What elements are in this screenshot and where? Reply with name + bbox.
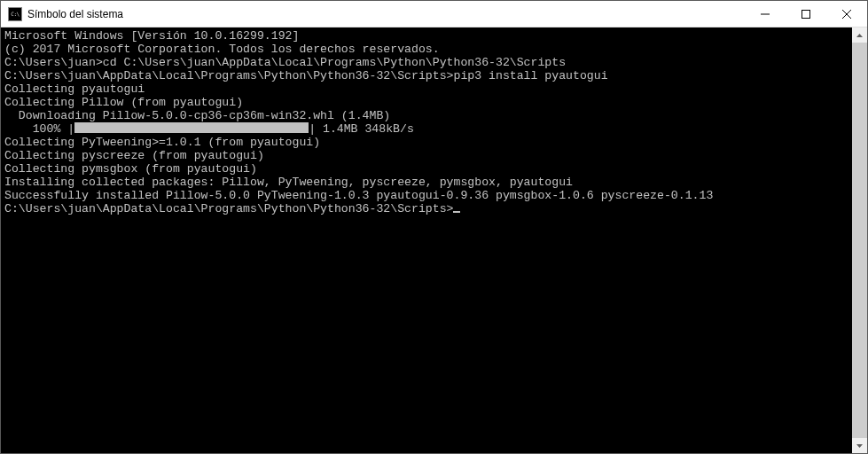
prompt-prefix: C:\Users\juan\AppData\Local\Programs\Pyt… (4, 202, 453, 215)
chevron-down-icon (856, 444, 863, 448)
output-line: Collecting pymsgbox (from pyautogui) (4, 162, 852, 176)
cursor (453, 211, 460, 213)
output-line: Collecting PyTweening>=1.0.1 (from pyaut… (4, 136, 852, 149)
maximize-icon (802, 10, 810, 19)
output-line: Collecting pyscreeze (from pyautogui) (4, 149, 852, 162)
vertical-scrollbar[interactable] (852, 27, 867, 453)
minimize-icon (761, 10, 770, 19)
prompt-prefix: C:\Users\juan\AppData\Local\Programs\Pyt… (4, 69, 453, 82)
close-button[interactable] (826, 1, 867, 27)
minimize-button[interactable] (745, 1, 786, 27)
chevron-up-icon (856, 34, 863, 37)
terminal-container: Microsoft Windows [Versión 10.0.16299.19… (1, 27, 867, 453)
close-icon (842, 10, 851, 19)
prompt-command: cd C:\Users\juan\AppData\Local\Programs\… (103, 56, 566, 69)
scroll-thumb[interactable] (852, 43, 867, 438)
output-line: C:\Users\juan\AppData\Local\Programs\Pyt… (4, 69, 852, 82)
svg-rect-1 (802, 10, 810, 18)
output-line: Successfully installed Pillow-5.0.0 PyTw… (4, 189, 852, 202)
prompt-prefix: C:\Users\juan> (4, 56, 103, 69)
output-line: Downloading Pillow-5.0.0-cp36-cp36m-win3… (4, 109, 852, 122)
prompt-command: pip3 install pyautogui (453, 69, 607, 82)
output-line: Installing collected packages: Pillow, P… (4, 176, 852, 189)
scroll-down-button[interactable] (852, 438, 867, 453)
scroll-up-button[interactable] (852, 27, 867, 43)
output-line: C:\Users\juan>cd C:\Users\juan\AppData\L… (4, 56, 852, 69)
progress-rate: | 1.4MB 348kB/s (309, 122, 414, 136)
output-line: Collecting Pillow (from pyautogui) (4, 96, 852, 109)
window-controls (745, 1, 867, 27)
output-line: (c) 2017 Microsoft Corporation. Todos lo… (4, 43, 852, 56)
terminal-output[interactable]: Microsoft Windows [Versión 10.0.16299.19… (1, 27, 852, 453)
output-line: 100% || 1.4MB 348kB/s (4, 122, 852, 136)
output-line: Microsoft Windows [Versión 10.0.16299.19… (4, 29, 852, 43)
progress-label: 100% | (4, 122, 74, 136)
output-line: C:\Users\juan\AppData\Local\Programs\Pyt… (4, 202, 852, 215)
window-title: Símbolo del sistema (27, 8, 745, 20)
scroll-track[interactable] (852, 43, 867, 438)
svg-marker-5 (856, 444, 863, 448)
output-line: Collecting pyautogui (4, 82, 852, 96)
progress-bar (74, 122, 309, 133)
titlebar[interactable]: C:\ Símbolo del sistema (1, 1, 867, 27)
maximize-button[interactable] (786, 1, 826, 27)
cmd-icon: C:\ (8, 7, 22, 21)
svg-marker-4 (856, 34, 863, 37)
